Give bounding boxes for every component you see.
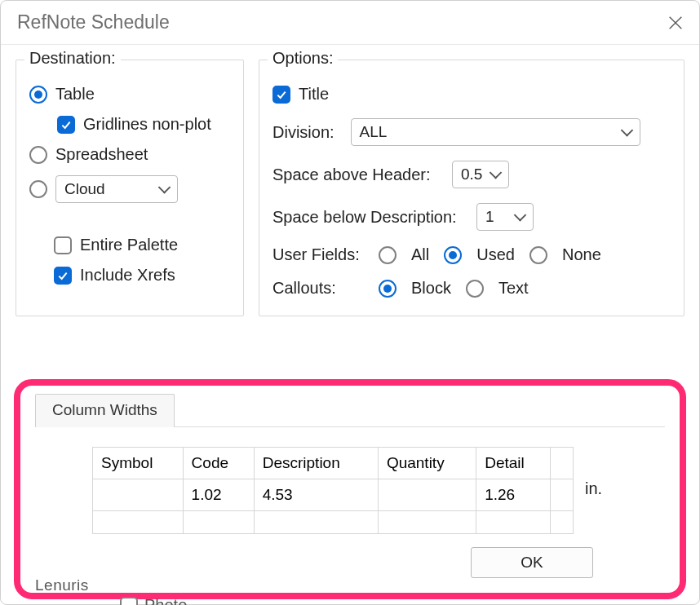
radio-spreadsheet-label: Spreadsheet	[55, 145, 148, 164]
cw-cell[interactable]	[378, 479, 476, 511]
callouts-group: Block Text	[379, 279, 529, 298]
column-widths-overlay: Column Widths Symbol Code Description Qu…	[14, 379, 686, 599]
cw-cell[interactable]: 4.53	[254, 479, 378, 511]
space-above-value: 0.5	[461, 166, 482, 183]
checkbox-photo[interactable]	[120, 597, 138, 606]
window-title: RefNote Schedule	[17, 11, 170, 33]
col-header: Description	[254, 448, 378, 479]
checkbox-entire-palette-label: Entire Palette	[80, 236, 178, 254]
peek-photo-label: Photo	[144, 596, 187, 605]
table-row: Symbol Code Description Quantity Detail	[93, 448, 574, 479]
col-header: Quantity	[378, 448, 476, 479]
checkbox-gridlines[interactable]	[57, 116, 75, 134]
col-header: Code	[183, 448, 254, 479]
checkbox-title[interactable]	[272, 86, 290, 104]
column-widths-table: Symbol Code Description Quantity Detail …	[92, 447, 574, 534]
radio-uf-all-label: All	[411, 245, 429, 264]
checkbox-entire-palette[interactable]	[54, 236, 72, 254]
radio-co-text[interactable]	[466, 280, 484, 298]
radio-co-block-label: Block	[411, 279, 451, 298]
radio-uf-none-label: None	[562, 245, 601, 264]
radio-co-text-label: Text	[498, 279, 529, 298]
ok-button[interactable]: OK	[471, 547, 593, 578]
space-above-select[interactable]: 0.5	[452, 161, 509, 188]
radio-cloud[interactable]	[29, 180, 47, 198]
cw-cell[interactable]: 1.02	[183, 479, 254, 511]
radio-uf-all[interactable]	[379, 246, 397, 264]
titlebar: RefNote Schedule	[1, 1, 699, 45]
dialog-body: Destination: Table Gridlines non-plot Sp…	[1, 45, 699, 604]
col-header: Symbol	[93, 448, 184, 479]
division-label: Division:	[272, 123, 334, 142]
close-icon[interactable]	[667, 14, 684, 32]
cloud-select-value: Cloud	[64, 180, 105, 198]
space-above-label: Space above Header:	[272, 166, 452, 184]
tab-column-widths[interactable]: Column Widths	[35, 394, 175, 427]
space-below-label: Space below Description:	[272, 208, 476, 227]
radio-co-block[interactable]	[379, 280, 397, 298]
radio-spreadsheet[interactable]	[29, 146, 47, 164]
cw-cell[interactable]	[551, 479, 574, 511]
checkbox-gridlines-label: Gridlines non-plot	[83, 115, 211, 134]
radio-uf-used-label: Used	[476, 245, 515, 264]
cw-cell[interactable]: 1.26	[476, 479, 551, 511]
col-header: Detail	[476, 448, 551, 479]
space-below-value: 1	[485, 208, 494, 226]
unit-label: in.	[585, 447, 602, 498]
space-below-select[interactable]: 1	[476, 203, 534, 231]
radio-uf-none[interactable]	[529, 246, 547, 264]
table-row: 1.02 4.53 1.26	[93, 479, 574, 511]
table-row	[93, 511, 574, 534]
destination-legend: Destination:	[24, 49, 121, 68]
cloud-select[interactable]: Cloud	[55, 175, 178, 203]
dialog-window: RefNote Schedule Destination: Table Grid…	[0, 0, 700, 605]
division-select[interactable]: ALL	[351, 118, 640, 146]
destination-panel: Destination: Table Gridlines non-plot Sp…	[16, 60, 244, 316]
checkbox-include-xrefs[interactable]	[54, 267, 72, 285]
options-panel: Options: Title Division: ALL Space above…	[259, 60, 684, 316]
division-value: ALL	[360, 123, 388, 141]
options-legend: Options:	[268, 49, 338, 68]
peek-section: Lenuris Photo Symbol	[30, 578, 670, 605]
peek-legend: Lenuris	[35, 576, 89, 594]
radio-uf-used[interactable]	[444, 246, 462, 264]
callouts-label: Callouts:	[272, 279, 379, 298]
checkbox-include-xrefs-label: Include Xrefs	[80, 266, 175, 285]
user-fields-label: User Fields:	[272, 245, 379, 264]
user-fields-group: All Used None	[379, 245, 601, 264]
cw-cell[interactable]	[93, 479, 184, 511]
radio-table-label: Table	[55, 85, 95, 104]
col-header	[551, 448, 574, 479]
checkbox-title-label: Title	[299, 85, 329, 104]
radio-table[interactable]	[29, 86, 47, 104]
